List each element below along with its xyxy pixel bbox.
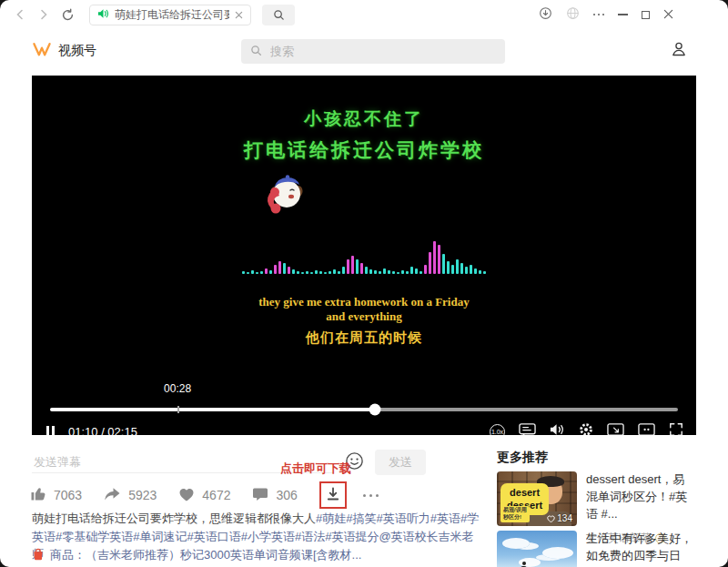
shopping-bag-icon bbox=[32, 548, 45, 563]
progress-playhead[interactable] bbox=[369, 404, 380, 416]
video-player[interactable]: 小孩忍不住了 打电话给拆迁公司炸学校 they give me extra ho… bbox=[32, 76, 696, 435]
back-button[interactable] bbox=[11, 5, 29, 24]
download-hint-text: 点击即可下载 bbox=[280, 461, 351, 477]
like-count: 7063 bbox=[54, 488, 82, 502]
tab-close-icon[interactable] bbox=[235, 6, 243, 23]
window-close-icon[interactable] bbox=[663, 6, 673, 23]
thumbs-up-icon bbox=[30, 486, 46, 504]
brand: 视频号 bbox=[32, 41, 96, 61]
engagement-row: 7063 5923 4672 306 bbox=[30, 481, 400, 509]
time-display: 01:10 / 02:15 bbox=[68, 425, 137, 436]
subtitle-zh: 他们在周五的时候 bbox=[32, 329, 696, 347]
recommendations-heading: 更多推荐 bbox=[497, 450, 548, 466]
forward-button[interactable] bbox=[35, 5, 53, 24]
audio-visualizer bbox=[242, 236, 486, 274]
recommendation-thumbnail[interactable] bbox=[497, 531, 577, 567]
product-label: 商品：（吉米老师推荐）秒记3000英语单词音频课[含教材... bbox=[50, 547, 361, 563]
titlebar: 萌娃打电话给拆迁公司要炸学 bbox=[0, 0, 728, 29]
globe-icon[interactable] bbox=[566, 6, 580, 24]
playback-speed-button[interactable]: 1.0x bbox=[490, 424, 505, 436]
progress-hover-tick bbox=[177, 406, 179, 413]
recommendation-item[interactable]: 生活中有许多美好，如免费的四季与日落、... bbox=[497, 531, 696, 567]
search-box[interactable] bbox=[241, 39, 505, 64]
thumbnail-like-count: 134 bbox=[547, 513, 572, 523]
channels-header: 视频号 bbox=[0, 29, 728, 75]
share-arrow-icon bbox=[104, 487, 121, 504]
picture-in-picture-icon[interactable] bbox=[607, 422, 624, 435]
tab-title: 萌娃打电话给拆迁公司要炸学 bbox=[115, 7, 229, 23]
progress-played bbox=[50, 408, 375, 411]
comment-bubble-icon bbox=[252, 487, 268, 504]
more-actions-button[interactable] bbox=[363, 494, 379, 497]
product-link[interactable]: 商品：（吉米老师推荐）秒记3000英语单词音频课[含教材... bbox=[32, 547, 361, 563]
app-window: 萌娃打电话给拆迁公司要炸学 bbox=[0, 0, 728, 567]
comment-count: 306 bbox=[276, 488, 297, 502]
recommendation-thumbnail[interactable]: desert dessert 易混/误用 秒区分! 134 bbox=[497, 471, 577, 526]
download-manager-icon[interactable] bbox=[539, 6, 552, 24]
description-text: 萌娃打电话给拆迁公司要炸学校，思维逻辑都很像大人 bbox=[32, 511, 316, 525]
heart-icon bbox=[178, 487, 195, 504]
share-button[interactable]: 5923 bbox=[104, 487, 157, 504]
comment-button[interactable]: 306 bbox=[252, 487, 297, 504]
app-name: 视频号 bbox=[58, 43, 96, 59]
like-button[interactable]: 7063 bbox=[30, 486, 82, 504]
video-overlay-title: 小孩忍不住了 打电话给拆迁公司炸学校 bbox=[32, 107, 696, 163]
more-menu-icon[interactable] bbox=[593, 14, 605, 16]
player-controls: 01:10 / 02:15 1.0x bbox=[45, 420, 683, 435]
maximize-icon[interactable] bbox=[642, 11, 650, 19]
favorite-count: 4672 bbox=[202, 488, 230, 502]
fullscreen-icon[interactable] bbox=[669, 422, 683, 435]
more-dots-icon bbox=[363, 494, 379, 497]
danmaku-toggle-icon[interactable] bbox=[519, 422, 536, 435]
progress-remaining bbox=[375, 408, 678, 411]
favorite-button[interactable]: 4672 bbox=[178, 487, 230, 504]
subtitles: they give me extra homework on a Friday … bbox=[32, 295, 696, 347]
thumbnail-mini-badge: 易混/误用 秒区分! bbox=[500, 506, 530, 522]
search-input[interactable] bbox=[268, 44, 496, 59]
recommendation-title[interactable]: dessert desert，易混单词秒区分！#英语 #... bbox=[586, 471, 696, 523]
profile-icon[interactable] bbox=[670, 40, 688, 62]
danmaku-bar: 发送 bbox=[32, 450, 426, 475]
dog-phone-avatar bbox=[263, 174, 307, 221]
recommendation-title[interactable]: 生活中有许多美好，如免费的四季与日落、... bbox=[586, 531, 696, 567]
subtitle-en: they give me extra homework on a Friday … bbox=[32, 295, 696, 325]
refresh-button[interactable] bbox=[58, 5, 76, 24]
window-controls bbox=[539, 6, 674, 24]
settings-gear-icon[interactable] bbox=[579, 422, 593, 435]
volume-icon[interactable] bbox=[550, 423, 565, 435]
pause-button[interactable] bbox=[46, 426, 55, 435]
progress-hover-tooltip: 00:28 bbox=[164, 382, 191, 395]
search-icon bbox=[250, 44, 262, 60]
channels-logo-icon bbox=[32, 41, 52, 61]
new-search-button[interactable] bbox=[262, 5, 295, 25]
sound-playing-icon bbox=[97, 6, 109, 23]
share-count: 5923 bbox=[128, 488, 157, 502]
mini-player-icon[interactable] bbox=[638, 422, 655, 435]
page-tab[interactable]: 萌娃打电话给拆迁公司要炸学 bbox=[89, 5, 251, 25]
progress-bar[interactable]: 00:28 bbox=[50, 408, 678, 411]
send-danmaku-button[interactable]: 发送 bbox=[375, 450, 426, 475]
download-video-button[interactable] bbox=[319, 481, 347, 509]
download-icon bbox=[326, 487, 340, 505]
minimize-icon[interactable] bbox=[618, 14, 628, 15]
